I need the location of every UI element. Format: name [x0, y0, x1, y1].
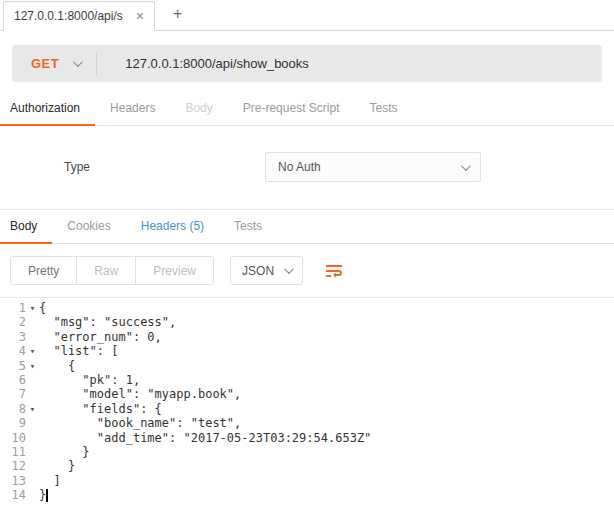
tab-headers[interactable]: Headers [95, 92, 170, 126]
code-line[interactable]: 3 "error_num": 0, [0, 330, 614, 344]
fold-arrow-icon[interactable]: ▾ [26, 402, 39, 416]
fold-arrow-icon[interactable]: ▾ [26, 301, 39, 315]
code-text: } [39, 445, 90, 459]
code-text: "book_name": "test", [39, 416, 241, 430]
response-body-editor[interactable]: 1▾{2 "msg": "success",3 "error_num": 0,4… [0, 297, 614, 502]
url-input[interactable]: 127.0.0.1:8000/api/show_books [97, 56, 309, 71]
response-toolbar: Pretty Raw Preview JSON [10, 256, 604, 285]
code-line[interactable]: 13 ] [0, 474, 614, 488]
code-text: "fields": { [39, 402, 162, 416]
line-number: 13 [0, 474, 26, 488]
fold-arrow-icon[interactable]: ▾ [26, 359, 39, 373]
code-text: ] [39, 474, 61, 488]
response-tabs: Body Cookies Headers (5) Tests [0, 210, 614, 244]
wrap-text-icon [324, 263, 344, 279]
code-line[interactable]: 9 "book_name": "test", [0, 416, 614, 430]
code-text: } [39, 459, 75, 473]
headers-label: Headers [141, 219, 186, 233]
method-label: GET [31, 56, 59, 71]
line-number: 6 [0, 373, 26, 387]
chevron-down-icon [284, 264, 294, 274]
code-line[interactable]: 6 "pk": 1, [0, 373, 614, 387]
tab-body[interactable]: Body [170, 92, 227, 126]
chevron-down-icon [461, 161, 471, 171]
line-number: 7 [0, 387, 26, 401]
line-number: 4 [0, 344, 26, 358]
code-line[interactable]: 12 } [0, 459, 614, 473]
new-tab-button[interactable]: + [167, 2, 188, 26]
line-number: 10 [0, 431, 26, 445]
code-line[interactable]: 1▾{ [0, 301, 614, 315]
view-switcher: Pretty Raw Preview [10, 256, 214, 285]
code-text: "pk": 1, [39, 373, 140, 387]
line-number: 14 [0, 488, 26, 502]
line-number: 9 [0, 416, 26, 430]
tab-response-body[interactable]: Body [0, 210, 52, 244]
request-tabs: Authorization Headers Body Pre-request S… [0, 92, 614, 126]
code-line[interactable]: 8▾ "fields": { [0, 402, 614, 416]
pretty-button[interactable]: Pretty [11, 257, 77, 284]
preview-button[interactable]: Preview [136, 257, 213, 284]
code-line[interactable]: 5▾ { [0, 359, 614, 373]
code-line[interactable]: 7 "model": "myapp.book", [0, 387, 614, 401]
chevron-down-icon [73, 57, 83, 67]
editor-lines: 1▾{2 "msg": "success",3 "error_num": 0,4… [0, 301, 614, 502]
code-text: } [39, 488, 46, 502]
method-dropdown[interactable]: GET [12, 45, 96, 82]
close-tab-icon[interactable]: × [136, 8, 144, 24]
code-line[interactable]: 14} [0, 488, 614, 502]
tab-response-tests[interactable]: Tests [219, 210, 277, 244]
wrap-text-button[interactable] [319, 256, 349, 285]
raw-button[interactable]: Raw [77, 257, 136, 284]
format-dropdown[interactable]: JSON [230, 256, 303, 285]
code-text: "add_time": "2017-05-23T03:29:54.653Z" [39, 431, 371, 445]
line-number: 1 [0, 301, 26, 315]
tab-prerequest-script[interactable]: Pre-request Script [228, 92, 355, 126]
tab-response-cookies[interactable]: Cookies [52, 210, 125, 244]
auth-type-label: Type [64, 160, 265, 174]
line-number: 3 [0, 330, 26, 344]
line-number: 12 [0, 459, 26, 473]
text-cursor [46, 489, 48, 502]
code-line[interactable]: 10 "add_time": "2017-05-23T03:29:54.653Z… [0, 431, 614, 445]
auth-type-value: No Auth [278, 160, 321, 174]
line-number: 5 [0, 359, 26, 373]
request-tab-item[interactable]: 127.0.0.1:8000/api/s × [3, 1, 155, 31]
tab-authorization[interactable]: Authorization [0, 92, 95, 126]
headers-count-badge: (5) [189, 219, 204, 233]
auth-section: Type No Auth [0, 126, 614, 210]
postman-window: 127.0.0.1:8000/api/s × + GET 127.0.0.1:8… [0, 0, 614, 502]
tab-tests[interactable]: Tests [354, 92, 412, 126]
code-line[interactable]: 11 } [0, 445, 614, 459]
tab-response-headers[interactable]: Headers (5) [126, 210, 219, 244]
line-number: 2 [0, 315, 26, 329]
line-number: 11 [0, 445, 26, 459]
code-text: "model": "myapp.book", [39, 387, 241, 401]
code-line[interactable]: 2 "msg": "success", [0, 315, 614, 329]
code-line[interactable]: 4▾ "list": [ [0, 344, 614, 358]
line-number: 8 [0, 402, 26, 416]
code-text: "error_num": 0, [39, 330, 162, 344]
request-url-bar: GET 127.0.0.1:8000/api/show_books [12, 45, 602, 82]
code-text: { [39, 301, 46, 315]
format-value: JSON [242, 264, 274, 278]
auth-type-select[interactable]: No Auth [265, 152, 481, 182]
fold-arrow-icon[interactable]: ▾ [26, 344, 39, 358]
tab-strip: 127.0.0.1:8000/api/s × + [0, 0, 614, 31]
code-text: { [39, 359, 75, 373]
code-text: "msg": "success", [39, 315, 176, 329]
tab-title: 127.0.0.1:8000/api/s [14, 9, 126, 23]
code-text: "list": [ [39, 344, 118, 358]
